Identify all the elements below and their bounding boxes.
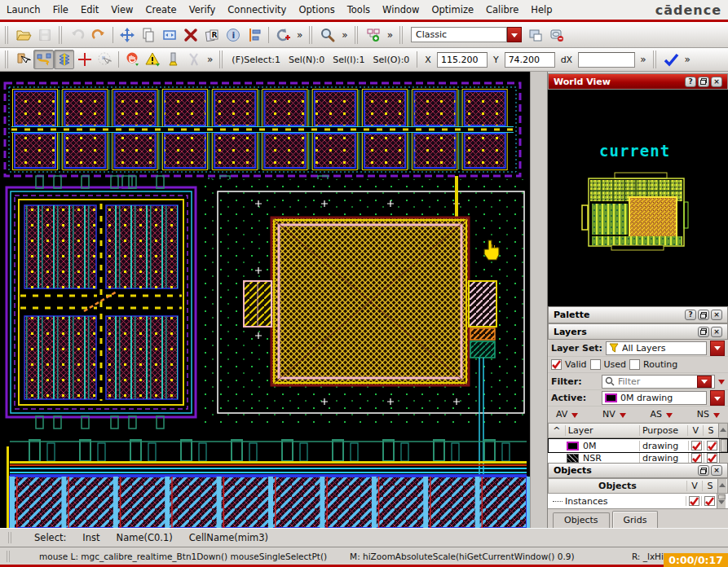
active-layer-combobox[interactable]: 0M drawing xyxy=(602,391,707,405)
tab-objects[interactable]: Objects xyxy=(553,512,610,528)
as-button[interactable]: AS xyxy=(651,409,663,420)
info-button[interactable]: i xyxy=(223,24,244,46)
objects-titlebar[interactable]: Objects × xyxy=(548,463,728,478)
toolbar-grip[interactable] xyxy=(309,26,314,44)
help-icon[interactable]: ? xyxy=(685,310,696,320)
close-icon[interactable]: × xyxy=(711,310,722,320)
toolbar-grip[interactable] xyxy=(355,26,360,44)
statusbar-grip[interactable] xyxy=(7,551,11,562)
statusbar-grip[interactable] xyxy=(8,532,13,543)
panel-splitter[interactable] xyxy=(530,72,548,528)
toolbar-grip[interactable] xyxy=(5,26,10,44)
nv-button[interactable]: NV xyxy=(602,409,615,420)
stop-button[interactable] xyxy=(122,50,143,69)
area-select-button[interactable] xyxy=(95,50,115,69)
zoom-button[interactable] xyxy=(317,24,338,46)
layer-row-0m[interactable]: 0M drawing xyxy=(548,438,728,453)
menu-window[interactable]: Window xyxy=(382,4,419,15)
window-toggle-button[interactable] xyxy=(546,24,567,46)
menu-launch[interactable]: Launch xyxy=(7,4,41,15)
restore-icon[interactable] xyxy=(698,310,709,320)
s-column-header[interactable]: S xyxy=(702,481,717,491)
menu-file[interactable]: File xyxy=(53,4,68,15)
delete-button[interactable] xyxy=(180,24,201,46)
stretch-button[interactable] xyxy=(159,24,180,46)
active-layer-dropdown[interactable] xyxy=(710,390,725,406)
av-menu-arrow-icon[interactable] xyxy=(571,413,578,421)
layer-table-header[interactable]: ^ Layer Purpose V S xyxy=(548,423,728,438)
apply-button[interactable] xyxy=(661,50,682,69)
toolbar-overflow[interactable]: » xyxy=(384,29,396,41)
route-flight-button[interactable] xyxy=(33,50,54,69)
visible-checkbox[interactable] xyxy=(691,453,702,463)
s-column-header[interactable]: S xyxy=(703,425,718,436)
save-button[interactable] xyxy=(34,24,55,46)
selectable-checkbox[interactable] xyxy=(704,496,715,506)
routing-checkbox[interactable] xyxy=(629,359,640,370)
properties-button[interactable]: R xyxy=(201,24,223,46)
x-coordinate-input[interactable] xyxy=(437,52,488,68)
menu-tools[interactable]: Tools xyxy=(347,4,370,15)
menu-verify[interactable]: Verify xyxy=(189,4,216,15)
layer-set-dropdown[interactable] xyxy=(710,341,725,356)
filter-field[interactable] xyxy=(602,375,715,389)
refresh-session-button[interactable] xyxy=(272,24,293,46)
window-assistant-button[interactable] xyxy=(525,24,546,46)
menu-optimize[interactable]: Optimize xyxy=(431,4,474,15)
menu-connectivity[interactable]: Connectivity xyxy=(227,4,286,15)
y-coordinate-input[interactable] xyxy=(505,52,555,68)
workspace-dropdown-button[interactable] xyxy=(507,27,522,42)
objects-row-instances[interactable]: Instances xyxy=(548,494,728,508)
layer-row-nsr[interactable]: NSR drawing xyxy=(548,453,728,463)
menu-calibre[interactable]: Calibre xyxy=(486,4,518,15)
filter-menu-arrow-icon[interactable] xyxy=(718,380,725,388)
v-column-header[interactable]: V xyxy=(686,481,702,491)
workspace-combobox[interactable]: Classic xyxy=(411,27,522,42)
filter-dropdown[interactable] xyxy=(697,376,712,388)
toolbar-overflow[interactable]: » xyxy=(204,54,216,65)
tools-button[interactable] xyxy=(183,50,204,69)
restore-icon[interactable] xyxy=(698,77,709,87)
menu-help[interactable]: Help xyxy=(531,4,552,15)
scrollbar[interactable] xyxy=(718,424,727,437)
help-icon[interactable]: ? xyxy=(685,77,696,87)
copy-button[interactable] xyxy=(138,24,159,46)
palette-titlebar[interactable]: Palette ? × xyxy=(548,306,728,323)
menu-edit[interactable]: Edit xyxy=(81,4,99,15)
left-capacitor-block[interactable] xyxy=(7,187,196,417)
menu-view[interactable]: View xyxy=(111,4,133,15)
close-icon[interactable]: × xyxy=(711,465,722,476)
dx-input[interactable] xyxy=(578,52,635,68)
objects-table-header[interactable]: Objects V S xyxy=(548,478,728,494)
layer-column-header[interactable]: Layer xyxy=(565,425,639,436)
toolbar-overflow[interactable]: » xyxy=(637,54,649,65)
ns-menu-arrow-icon[interactable] xyxy=(713,413,720,421)
undo-button[interactable] xyxy=(67,24,88,46)
scrollbar[interactable] xyxy=(717,479,726,493)
world-view-canvas[interactable]: current xyxy=(548,90,728,306)
menu-options[interactable]: Options xyxy=(298,4,334,15)
purpose-column-header[interactable]: Purpose xyxy=(639,425,687,436)
top-capacitor-array[interactable] xyxy=(5,83,520,176)
sort-arrow-icon[interactable]: ^ xyxy=(549,425,565,436)
scrollbar[interactable] xyxy=(717,494,726,508)
layer-traverse-button[interactable] xyxy=(54,50,74,69)
nv-menu-arrow-icon[interactable] xyxy=(620,413,626,421)
visible-checkbox[interactable] xyxy=(689,496,699,506)
toolbar-grip[interactable] xyxy=(399,26,404,44)
scrollbar[interactable] xyxy=(719,453,728,463)
used-checkbox[interactable] xyxy=(590,359,601,370)
world-view-titlebar[interactable]: World View ? × xyxy=(548,73,728,90)
tab-grids[interactable]: Grids xyxy=(612,511,659,528)
objects-column-header[interactable]: Objects xyxy=(549,481,686,491)
av-button[interactable]: AV xyxy=(556,409,567,420)
v-column-header[interactable]: V xyxy=(687,425,703,436)
layer-set-combobox[interactable]: All Layers xyxy=(606,341,707,355)
close-icon[interactable]: × xyxy=(711,327,722,337)
single-select-button[interactable] xyxy=(13,50,33,69)
visible-checkbox[interactable] xyxy=(691,441,702,451)
valid-checkbox[interactable] xyxy=(551,359,562,370)
move-button[interactable] xyxy=(117,24,138,46)
menu-create[interactable]: Create xyxy=(145,4,176,15)
toolbar-grip[interactable] xyxy=(59,26,64,44)
